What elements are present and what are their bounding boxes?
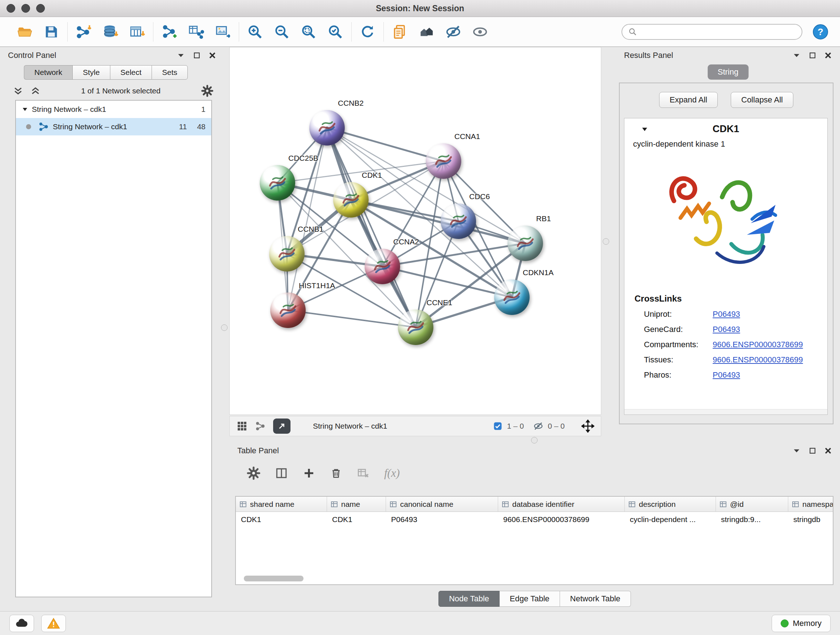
cloud-button[interactable] <box>9 615 34 632</box>
panel-float-icon[interactable] <box>809 52 816 59</box>
entry-collapse-icon[interactable] <box>641 126 648 133</box>
network-edge[interactable] <box>288 310 416 327</box>
gear-icon[interactable] <box>201 85 213 97</box>
network-canvas[interactable]: CCNB2CCNA1CDC25BCDK1CDC6RB1CCNB1CCNA2CDK… <box>229 47 601 415</box>
table-cell: stringdb:9... <box>716 512 788 527</box>
refresh-icon[interactable] <box>357 22 378 42</box>
scrollbar-thumb[interactable] <box>244 576 303 581</box>
column-header[interactable]: description <box>625 497 716 512</box>
column-header[interactable]: name <box>327 497 386 512</box>
search-field[interactable] <box>622 24 802 40</box>
show-columns-icon[interactable] <box>275 467 288 480</box>
table-settings-gear-icon[interactable] <box>247 466 261 480</box>
crosslink-link[interactable]: 9606.ENSP00000378699 <box>713 355 803 364</box>
warning-button[interactable] <box>41 615 66 632</box>
panel-float-icon[interactable] <box>193 52 201 59</box>
move-crosshair-icon[interactable] <box>581 420 594 432</box>
network-from-table-icon[interactable] <box>186 22 206 42</box>
panel-close-icon[interactable] <box>824 447 832 455</box>
network-row[interactable]: String Network – cdk1 11 48 <box>16 118 211 135</box>
import-table-icon[interactable] <box>127 22 147 42</box>
network-node-hist1h1a[interactable] <box>270 293 306 328</box>
tab-style[interactable]: Style <box>73 65 110 80</box>
network-node-cdc25b[interactable] <box>260 165 295 201</box>
network-node-cdkn1a[interactable] <box>494 279 530 315</box>
zoom-window-button[interactable] <box>36 4 45 13</box>
right-splitter-handle[interactable] <box>603 238 609 245</box>
crosslink-link[interactable]: P06493 <box>713 371 740 380</box>
collapse-all-icon[interactable] <box>13 86 23 96</box>
search-input[interactable] <box>641 27 796 36</box>
panel-menu-icon[interactable] <box>792 51 801 60</box>
zoom-out-icon[interactable] <box>272 22 292 42</box>
network-node-ccna1[interactable] <box>426 143 461 179</box>
zoom-selected-icon[interactable] <box>325 22 346 42</box>
hide-selected-icon[interactable] <box>443 22 463 42</box>
tab-sets[interactable]: Sets <box>152 65 188 80</box>
export-image-icon[interactable] <box>213 22 233 42</box>
collapse-all-button[interactable]: Collapse All <box>731 92 793 108</box>
table-horizontal-scrollbar[interactable] <box>239 576 830 581</box>
tab-string[interactable]: String <box>707 65 748 80</box>
home-icon[interactable] <box>416 22 437 42</box>
hidden-eye-icon[interactable] <box>533 421 543 431</box>
open-session-icon[interactable] <box>14 22 35 42</box>
network-node-rb1[interactable] <box>508 226 543 261</box>
panel-float-icon[interactable] <box>809 447 816 454</box>
expand-all-button[interactable]: Expand All <box>659 92 718 108</box>
help-icon[interactable]: ? <box>812 23 829 41</box>
zoom-in-icon[interactable] <box>245 22 265 42</box>
gene-entry: CDK1 cyclin-dependent kinase 1 <box>624 118 828 415</box>
column-header[interactable]: namespace <box>788 497 834 512</box>
memory-button[interactable]: Memory <box>772 615 831 632</box>
close-window-button[interactable] <box>6 4 15 13</box>
zoom-fit-icon[interactable] <box>298 22 319 42</box>
delete-column-icon[interactable] <box>330 467 342 479</box>
network-node-ccnb2[interactable] <box>309 110 345 146</box>
left-splitter-handle[interactable] <box>221 325 227 331</box>
panel-close-icon[interactable] <box>824 51 832 59</box>
node-label-rb1: RB1 <box>536 214 551 223</box>
selected-checkbox-icon[interactable] <box>493 421 503 431</box>
tab-select[interactable]: Select <box>110 65 152 80</box>
network-edge[interactable] <box>327 128 416 327</box>
table-tabs: Node TableEdge TableNetwork Table <box>229 591 840 607</box>
save-session-icon[interactable] <box>41 22 62 42</box>
panel-close-icon[interactable] <box>208 51 216 59</box>
show-all-icon[interactable] <box>470 22 490 42</box>
network-node-cdk1[interactable] <box>333 182 369 218</box>
network-node-ccne1[interactable] <box>398 310 433 345</box>
network-node-cdc6[interactable] <box>441 203 476 239</box>
function-builder-icon: f(x) <box>384 467 400 480</box>
tab-network-table[interactable]: Network Table <box>560 591 631 607</box>
expand-all-icon[interactable] <box>30 86 41 96</box>
import-network-database-icon[interactable] <box>100 22 120 42</box>
network-overview-icon[interactable] <box>255 421 266 432</box>
crosslink-link[interactable]: P06493 <box>713 310 740 319</box>
column-header[interactable]: canonical name <box>386 497 498 512</box>
collapse-triangle-icon[interactable] <box>22 106 28 112</box>
grid-view-icon[interactable] <box>236 420 248 432</box>
network-collection-row[interactable]: String Network – cdk1 1 <box>16 101 211 118</box>
add-column-icon[interactable] <box>302 467 316 480</box>
minimize-window-button[interactable] <box>21 4 30 13</box>
node-label-ccnb2: CCNB2 <box>338 99 363 108</box>
tab-edge-table[interactable]: Edge Table <box>500 591 560 607</box>
entry-scrollbar[interactable] <box>624 409 827 415</box>
duplicate-icon[interactable] <box>390 22 410 42</box>
tab-network[interactable]: Network <box>24 65 73 80</box>
tab-node-table[interactable]: Node Table <box>439 591 500 607</box>
column-header[interactable]: shared name <box>236 497 327 512</box>
network-node-ccna2[interactable] <box>365 249 400 284</box>
new-network-icon[interactable] <box>159 22 180 42</box>
detach-view-button[interactable] <box>273 418 291 434</box>
column-header[interactable]: database identifier <box>498 497 625 512</box>
crosslink-link[interactable]: P06493 <box>713 325 740 334</box>
column-header[interactable]: @id <box>716 497 788 512</box>
import-network-icon[interactable] <box>73 22 94 42</box>
table-row[interactable]: CDK1CDK1P064939606.ENSP00000378699cyclin… <box>236 512 834 527</box>
panel-menu-icon[interactable] <box>177 51 185 60</box>
crosslink-link[interactable]: 9606.ENSP00000378699 <box>713 340 803 349</box>
panel-menu-icon[interactable] <box>792 447 801 455</box>
network-node-ccnb1[interactable] <box>269 236 305 272</box>
